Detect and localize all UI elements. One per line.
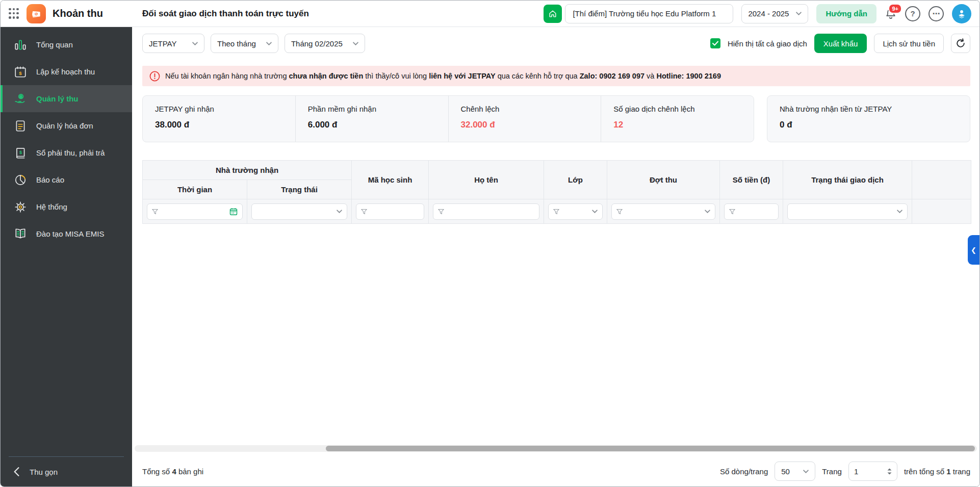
top-header: $ Khoản thu Đối soát giao dịch thanh toá… bbox=[1, 1, 979, 27]
transactions-table: Nhà trường nhận Mã học sinh Họ tên Lớp Đ… bbox=[142, 160, 971, 224]
col-ma-hoc-sinh: Mã học sinh bbox=[352, 161, 429, 199]
filter-ma-hoc-sinh-input[interactable] bbox=[371, 208, 419, 216]
sidebar-item-he-thong[interactable]: Hệ thống bbox=[1, 193, 132, 220]
main-content: JETPAY Theo tháng Tháng 02/2025 Hiển thị… bbox=[132, 27, 979, 486]
sidebar-item-so-phai-thu-phai-tra[interactable]: $ Sổ phải thu, phải trả bbox=[1, 139, 132, 166]
filter-so-tien-input[interactable] bbox=[739, 208, 773, 216]
filter-lop-input[interactable] bbox=[563, 208, 588, 216]
chevron-down-icon bbox=[705, 210, 710, 213]
refresh-button[interactable] bbox=[951, 34, 970, 53]
guide-button[interactable]: Hướng dẫn bbox=[816, 4, 876, 23]
provider-select[interactable]: JETPAY bbox=[142, 34, 204, 53]
col-lop: Lớp bbox=[544, 161, 607, 199]
filter-ho-ten-input[interactable] bbox=[448, 208, 534, 216]
col-dot-thu: Đợt thu bbox=[607, 161, 720, 199]
expand-panel-tab[interactable]: ❮ bbox=[968, 235, 979, 265]
notifications-button[interactable]: 9+ bbox=[885, 8, 897, 20]
chevron-down-icon bbox=[796, 12, 802, 15]
filter-trang-thai-giao-dich-input[interactable] bbox=[792, 208, 893, 216]
filter-trang-thai[interactable] bbox=[251, 203, 347, 220]
filter-thoi-gian[interactable] bbox=[147, 203, 243, 220]
school-year-select[interactable]: 2024 - 2025 bbox=[741, 4, 808, 23]
filter-dot-thu-input[interactable] bbox=[626, 208, 701, 216]
notification-badge: 9+ bbox=[888, 4, 902, 14]
funnel-icon bbox=[729, 209, 735, 215]
chevron-down-icon bbox=[192, 42, 198, 45]
stat-jetpay-recorded: JETPAY ghi nhận 38.000 đ bbox=[143, 96, 295, 142]
collection-history-button[interactable]: Lịch sử thu tiền bbox=[874, 34, 944, 53]
chevron-down-icon bbox=[337, 210, 342, 213]
svg-text:$: $ bbox=[19, 149, 22, 155]
chevron-left-icon bbox=[14, 467, 19, 476]
funnel-icon bbox=[553, 209, 559, 215]
refresh-icon bbox=[956, 38, 966, 48]
col-ho-ten: Họ tên bbox=[429, 161, 544, 199]
school-select[interactable]: [Thí điểm] Trường tiểu học Edu Platform … bbox=[544, 4, 733, 23]
total-records: Tổng số 4 bản ghi bbox=[142, 467, 203, 476]
calendar-icon[interactable] bbox=[229, 208, 238, 216]
sidebar-item-quan-ly-hoa-don[interactable]: Quản lý hóa đơn bbox=[1, 112, 132, 139]
sidebar-item-quan-ly-thu[interactable]: $ Quản lý thu bbox=[1, 85, 132, 112]
warning-icon bbox=[149, 71, 160, 82]
chevron-down-icon bbox=[897, 210, 902, 213]
sidebar-collapse-button[interactable]: Thu gọn bbox=[1, 457, 132, 486]
filter-dot-thu[interactable] bbox=[611, 203, 715, 220]
rows-per-page-select[interactable]: 50 bbox=[775, 462, 815, 481]
stat-difference-count: Số giao dịch chênh lệch 12 bbox=[601, 96, 754, 142]
filter-lop[interactable] bbox=[548, 203, 603, 220]
page-number-input[interactable]: 1 bbox=[848, 462, 897, 481]
reconciliation-summary-card: JETPAY ghi nhận 38.000 đ Phần mềm ghi nh… bbox=[142, 95, 754, 142]
school-received-card: Nhà trường nhận tiền từ JETPAY 0 đ bbox=[767, 95, 970, 142]
brand: $ Khoản thu bbox=[9, 4, 142, 23]
app-grid-icon[interactable] bbox=[9, 8, 20, 19]
user-avatar[interactable] bbox=[952, 4, 971, 23]
col-so-tien: Số tiền (đ) bbox=[720, 161, 783, 199]
sidebar-item-dao-tao-misa-emis[interactable]: Đào tạo MISA EMIS bbox=[1, 220, 132, 247]
check-icon bbox=[712, 41, 718, 46]
ledger-icon: $ bbox=[14, 146, 27, 160]
filter-ma-hoc-sinh[interactable] bbox=[356, 203, 424, 220]
filter-ho-ten[interactable] bbox=[433, 203, 539, 220]
user-icon bbox=[956, 8, 967, 19]
chevron-down-icon bbox=[266, 42, 272, 45]
gear-icon bbox=[14, 200, 27, 214]
app-name: Khoản thu bbox=[53, 8, 103, 19]
more-options-button[interactable]: ⋯ bbox=[929, 6, 944, 21]
filter-trang-thai-input[interactable] bbox=[256, 208, 333, 216]
training-book-icon bbox=[14, 227, 27, 241]
stat-software-recorded: Phần mềm ghi nhận 6.000 đ bbox=[295, 96, 448, 142]
filter-toolbar: JETPAY Theo tháng Tháng 02/2025 Hiển thị… bbox=[142, 33, 970, 54]
sidebar-item-lap-ke-hoach-thu[interactable]: $ Lập kế hoạch thu bbox=[1, 58, 132, 85]
page-stepper[interactable] bbox=[887, 468, 892, 475]
filter-thoi-gian-input[interactable] bbox=[162, 208, 226, 216]
horizontal-scrollbar-thumb[interactable] bbox=[326, 446, 975, 451]
show-all-checkbox[interactable] bbox=[710, 38, 720, 48]
funnel-icon bbox=[616, 209, 623, 215]
month-select[interactable]: Tháng 02/2025 bbox=[285, 34, 365, 53]
funnel-icon bbox=[438, 209, 444, 215]
col-trang-thai: Trạng thái bbox=[247, 180, 352, 199]
export-button[interactable]: Xuất khẩu bbox=[814, 34, 867, 53]
money-stack-icon: $ bbox=[30, 8, 42, 20]
col-actions bbox=[912, 161, 971, 199]
page-title: Đối soát giao dịch thanh toán trực tuyến bbox=[142, 9, 309, 19]
help-button[interactable]: ? bbox=[905, 6, 920, 21]
alert-message: Nếu tài khoản ngân hàng nhà trường chưa … bbox=[165, 72, 721, 80]
svg-text:$: $ bbox=[19, 70, 22, 75]
summary-cards: JETPAY ghi nhận 38.000 đ Phần mềm ghi nh… bbox=[142, 95, 970, 142]
sidebar-item-tong-quan[interactable]: Tổng quan bbox=[1, 31, 132, 58]
horizontal-scrollbar bbox=[135, 445, 977, 452]
chevron-down-icon bbox=[803, 470, 809, 473]
calendar-money-icon: $ bbox=[14, 65, 27, 79]
filter-trang-thai-giao-dich[interactable] bbox=[787, 203, 908, 220]
col-thoi-gian: Thời gian bbox=[143, 180, 247, 199]
khoan-thu-app-icon[interactable]: $ bbox=[27, 4, 46, 23]
bar-chart-icon bbox=[14, 38, 27, 52]
stepper-down-icon bbox=[887, 472, 892, 475]
show-all-label[interactable]: Hiển thị tất cả giao dịch bbox=[728, 39, 807, 48]
filter-so-tien[interactable] bbox=[724, 203, 779, 220]
chevron-down-icon bbox=[353, 42, 358, 45]
stat-difference: Chênh lệch 32.000 đ bbox=[448, 96, 601, 142]
sidebar-item-bao-cao[interactable]: Báo cáo bbox=[1, 166, 132, 193]
period-select[interactable]: Theo tháng bbox=[211, 34, 278, 53]
